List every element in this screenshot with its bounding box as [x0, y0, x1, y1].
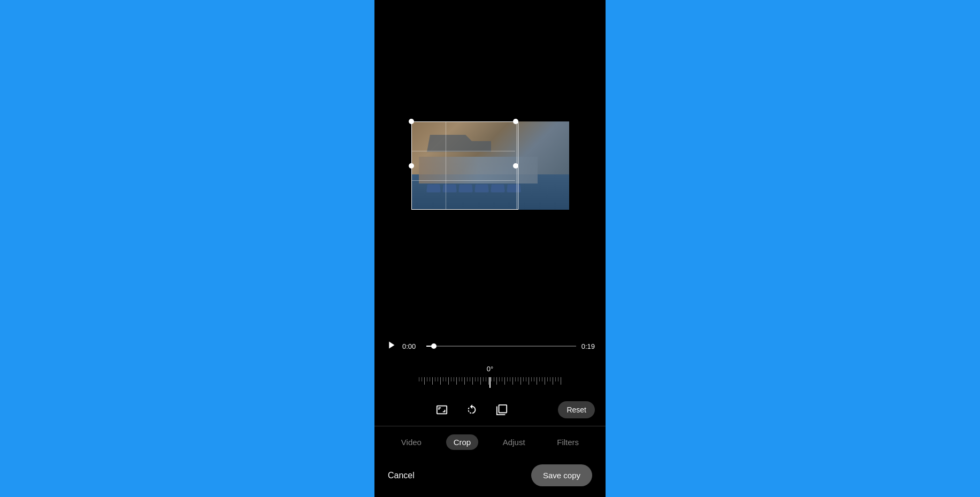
ruler-center-line: [489, 377, 491, 388]
tab-crop[interactable]: Crop: [446, 434, 479, 450]
reset-button[interactable]: Reset: [558, 401, 595, 418]
tab-filters[interactable]: Filters: [549, 434, 586, 450]
crop-handle-middle-left[interactable]: [409, 163, 414, 169]
crop-handle-middle-right[interactable]: [513, 163, 518, 169]
tab-adjust[interactable]: Adjust: [495, 434, 533, 450]
grid-lines-vertical: [411, 121, 516, 210]
free-crop-button[interactable]: [492, 400, 511, 419]
rotation-area: 0°: [374, 361, 606, 374]
tab-bar: Video Crop Adjust Filters: [374, 426, 606, 458]
total-time: 0:19: [581, 342, 595, 350]
bottom-bar: Cancel Save copy: [374, 458, 606, 497]
video-area: [374, 0, 606, 331]
progress-thumb[interactable]: [431, 343, 437, 349]
rotate-button[interactable]: [462, 400, 481, 419]
rotation-ruler[interactable]: [385, 377, 595, 391]
video-frame: [411, 121, 569, 210]
grid-line-h2: [411, 180, 516, 181]
controls-area: 0:00 0:19 0°: [374, 331, 606, 497]
timeline-bar: 0:00 0:19: [374, 331, 606, 361]
save-copy-button[interactable]: Save copy: [531, 464, 592, 486]
crop-handle-top-right[interactable]: [513, 119, 518, 124]
current-time: 0:00: [402, 342, 421, 350]
ruler-container[interactable]: [374, 374, 606, 396]
aspect-ratio-button[interactable]: [432, 400, 451, 419]
crop-handle-top-left[interactable]: [409, 119, 414, 124]
crop-overlay: [411, 121, 569, 210]
phone-container: 0:00 0:19 0°: [374, 0, 606, 497]
rotation-value: 0°: [487, 365, 493, 373]
cancel-button[interactable]: Cancel: [388, 471, 415, 480]
play-button[interactable]: [385, 339, 397, 353]
tab-video[interactable]: Video: [394, 434, 429, 450]
tool-icons-group: [385, 400, 558, 419]
tool-buttons-wrapper: Reset: [374, 396, 606, 426]
progress-track[interactable]: [426, 346, 576, 347]
